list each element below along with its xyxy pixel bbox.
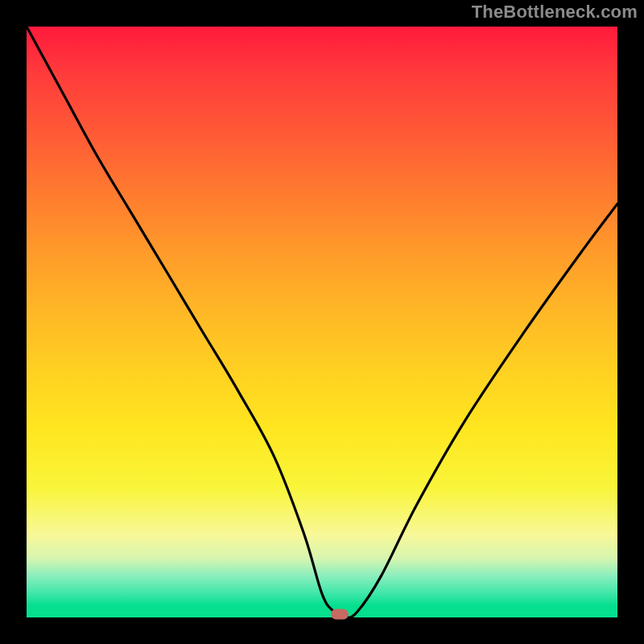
chart-frame: TheBottleneck.com [0,0,644,644]
curve-path [27,27,617,617]
optimal-point-marker [331,609,349,620]
watermark-text: TheBottleneck.com [472,2,638,23]
bottleneck-curve [27,27,617,617]
plot-area [27,27,617,617]
